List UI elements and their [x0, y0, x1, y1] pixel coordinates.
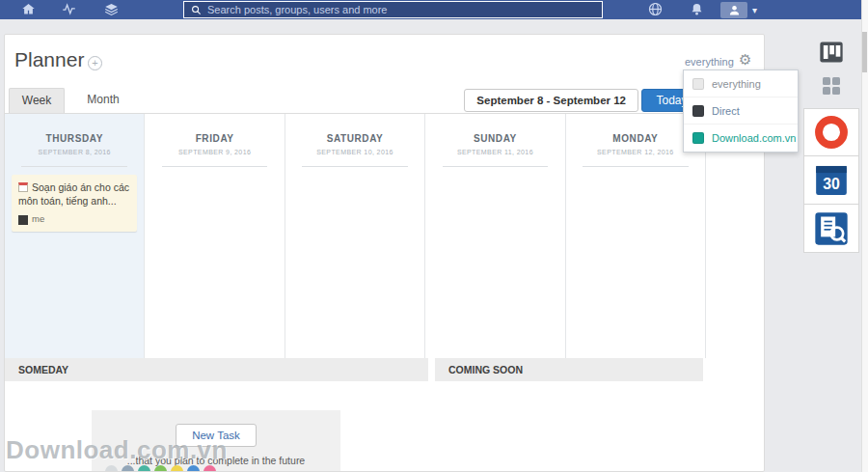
date-range-button[interactable]: September 8 - September 12: [464, 89, 638, 112]
assignee-label: me: [32, 213, 44, 226]
page-title: Planner: [14, 48, 84, 71]
day-date: SEPTEMBER 11, 2016: [425, 149, 564, 155]
watermark: Download.com.vn: [6, 435, 228, 465]
add-plan-button[interactable]: +: [88, 56, 102, 70]
scrollbar-track[interactable]: [861, 0, 868, 472]
document-search-icon[interactable]: [803, 205, 859, 253]
task-card[interactable]: Soạn giáo án cho các môn toán, tiếng anh…: [12, 175, 137, 232]
dropdown-item-everything[interactable]: everything: [684, 70, 798, 97]
day-divider: [162, 166, 268, 167]
day-column-friday[interactable]: FRIDAY SEPTEMBER 9, 2016: [145, 114, 285, 358]
dropdown-item-label: Direct: [712, 105, 740, 117]
office-icon[interactable]: [803, 108, 859, 156]
color-dot[interactable]: [105, 465, 118, 472]
dropdown-item-download[interactable]: Download.com.vn: [684, 125, 798, 152]
day-divider: [21, 166, 127, 167]
color-swatch: [692, 132, 704, 144]
account-menu[interactable]: ▾: [720, 1, 765, 18]
color-dot[interactable]: [171, 465, 183, 472]
global-search: [183, 1, 603, 18]
chevron-down-icon: ▾: [752, 5, 757, 15]
day-column-saturday[interactable]: SATURDAY SEPTEMBER 10, 2016: [285, 114, 425, 358]
scrollbar-thumb[interactable]: [862, 32, 867, 72]
day-name: SATURDAY: [285, 133, 424, 144]
coming-soon-header: COMING SOON: [435, 358, 703, 381]
day-divider: [583, 166, 689, 167]
catalog-icon[interactable]: [103, 2, 120, 16]
search-input[interactable]: [207, 2, 602, 17]
color-swatch: [692, 78, 704, 90]
day-column-thursday[interactable]: THURSDAY SEPTEMBER 8, 2016 Soạn giáo án …: [5, 114, 145, 358]
color-dot[interactable]: [138, 465, 150, 472]
top-navigation-bar: ▾: [0, 0, 861, 19]
day-name: SUNDAY: [425, 133, 564, 144]
assignee-avatar: [18, 215, 28, 225]
svg-text:30: 30: [823, 175, 840, 191]
tab-month[interactable]: Month: [65, 88, 142, 113]
color-palette: [105, 465, 216, 472]
user-icon: [720, 2, 747, 18]
planner-panel: Planner + everything ⚙ Week Month Septem…: [4, 34, 765, 472]
filter-label[interactable]: everything: [685, 56, 734, 68]
day-date: SEPTEMBER 8, 2016: [5, 149, 144, 155]
tabs-row: Week Month September 8 - September 12 To…: [5, 88, 765, 114]
app-sidebar: 30: [803, 37, 859, 253]
color-dot[interactable]: [203, 465, 216, 472]
activity-icon[interactable]: [61, 2, 77, 16]
dropdown-item-label: Download.com.vn: [712, 132, 796, 144]
bell-icon[interactable]: [689, 2, 705, 16]
calendar-30-icon[interactable]: 30: [803, 156, 859, 205]
home-icon[interactable]: [20, 2, 37, 16]
dropdown-item-direct[interactable]: Direct: [684, 97, 798, 125]
kanban-board-icon[interactable]: [803, 37, 859, 68]
network-icon[interactable]: [646, 1, 665, 17]
day-date: SEPTEMBER 9, 2016: [145, 149, 284, 155]
day-divider: [443, 166, 549, 167]
color-swatch: [692, 105, 704, 117]
someday-header: SOMEDAY: [5, 358, 428, 381]
tab-week[interactable]: Week: [9, 88, 65, 113]
dropdown-item-label: everything: [712, 78, 761, 90]
task-assignee: me: [18, 213, 130, 226]
search-icon: [184, 2, 207, 17]
color-dot[interactable]: [187, 465, 200, 472]
task-calendar-icon: [18, 182, 28, 192]
day-column-sunday[interactable]: SUNDAY SEPTEMBER 11, 2016: [425, 114, 565, 358]
week-calendar: THURSDAY SEPTEMBER 8, 2016 Soạn giáo án …: [5, 114, 706, 358]
day-date: SEPTEMBER 10, 2016: [285, 149, 424, 155]
app-grid-icon[interactable]: [803, 71, 859, 100]
gear-icon[interactable]: ⚙: [739, 51, 751, 69]
task-text: Soạn giáo án cho các môn toán, tiếng anh…: [18, 181, 129, 207]
day-name: FRIDAY: [145, 133, 284, 144]
day-divider: [302, 166, 408, 167]
color-dot[interactable]: [154, 465, 167, 472]
color-dot[interactable]: [122, 465, 134, 472]
day-name: THURSDAY: [5, 133, 144, 144]
filter-dropdown: everything Direct Download.com.vn: [683, 69, 799, 153]
